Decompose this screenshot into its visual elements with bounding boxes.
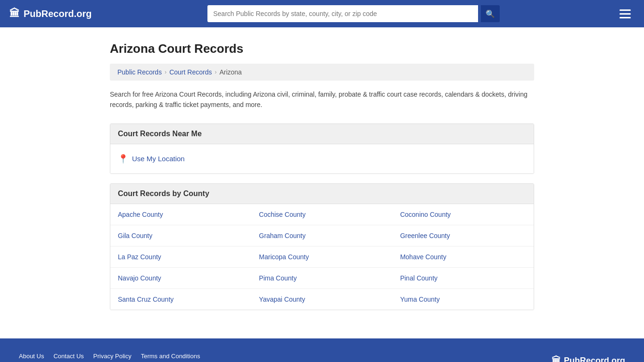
county-link[interactable]: Yavapai County [259,296,305,303]
county-link[interactable]: Greenlee County [400,232,450,239]
county-cell: Pinal County [393,268,534,289]
by-county-body: Apache CountyCochise CountyCoconino Coun… [110,204,534,310]
footer-logo: 🏛 PubRecord.org [552,355,625,362]
site-footer: About UsContact UsPrivacy PolicyTerms an… [0,338,644,362]
logo-link[interactable]: 🏛 PubRecord.org [9,8,91,20]
county-link[interactable]: Santa Cruz County [118,296,173,303]
breadcrumb-current: Arizona [219,68,241,76]
county-cell: Graham County [251,225,392,247]
footer-logo-icon: 🏛 [552,355,561,362]
county-link[interactable]: Gila County [118,232,152,239]
menu-line-3 [619,17,631,18]
use-location-link[interactable]: 📍 Use My Location [118,152,526,166]
menu-button[interactable] [616,8,635,20]
county-cell: Pima County [251,268,392,289]
search-button[interactable]: 🔍 [481,5,500,22]
county-link[interactable]: Pinal County [400,274,438,282]
near-me-header: Court Records Near Me [110,124,534,144]
logo-text: PubRecord.org [24,8,91,19]
footer-left: About UsContact UsPrivacy PolicyTerms an… [19,353,523,362]
county-link[interactable]: Apache County [118,211,163,218]
menu-line-2 [619,13,631,15]
county-cell: Cochise County [251,204,392,225]
search-bar: 🔍 [207,5,500,22]
logo-icon: 🏛 [9,8,20,20]
near-me-section: Court Records Near Me 📍 Use My Location [110,123,534,174]
footer-nav-link[interactable]: Privacy Policy [93,353,132,360]
menu-line-1 [619,9,631,11]
county-link[interactable]: Coconino County [400,211,451,218]
footer-nav-link[interactable]: Contact Us [53,353,83,360]
search-icon: 🔍 [486,9,495,18]
near-me-body: 📍 Use My Location [110,144,534,173]
county-link[interactable]: La Paz County [118,253,161,261]
footer-nav-link[interactable]: Terms and Conditions [141,353,200,360]
search-input[interactable] [207,5,478,22]
county-cell: Yavapai County [251,289,392,310]
breadcrumb-sep-2: › [215,69,216,75]
county-link[interactable]: Mohave County [400,253,446,261]
breadcrumb-public-records[interactable]: Public Records [117,68,162,76]
county-link[interactable]: Yuma County [400,296,440,303]
county-cell: Greenlee County [393,225,534,247]
page-description: Search for free Arizona Court Records, i… [110,89,534,110]
county-cell: Gila County [110,225,251,247]
county-cell: Santa Cruz County [110,289,251,310]
by-county-header: Court Records by County [110,184,534,204]
footer-logo-text: PubRecord.org [564,356,625,362]
county-cell: Navajo County [110,268,251,289]
county-link[interactable]: Cochise County [259,211,305,218]
breadcrumb: Public Records › Court Records › Arizona [110,64,534,81]
county-cell: Mohave County [393,247,534,268]
county-grid: Apache CountyCochise CountyCoconino Coun… [110,204,534,310]
county-link[interactable]: Pima County [259,274,297,282]
breadcrumb-court-records[interactable]: Court Records [169,68,212,76]
county-link[interactable]: Graham County [259,232,305,239]
county-link[interactable]: Navajo County [118,274,161,282]
county-cell: Yuma County [393,289,534,310]
footer-right: 🏛 PubRecord.org [552,353,625,362]
site-header: 🏛 PubRecord.org 🔍 [0,0,644,27]
use-location-label: Use My Location [132,155,185,163]
location-pin-icon: 📍 [118,154,128,164]
footer-nav: About UsContact UsPrivacy PolicyTerms an… [19,353,523,360]
breadcrumb-sep-1: › [165,69,166,75]
county-cell: Coconino County [393,204,534,225]
county-cell: Maricopa County [251,247,392,268]
footer-nav-link[interactable]: About Us [19,353,44,360]
by-county-section: Court Records by County Apache CountyCoc… [110,183,534,310]
main-content: Arizona Court Records Public Records › C… [100,27,544,338]
county-link[interactable]: Maricopa County [259,253,309,261]
county-cell: Apache County [110,204,251,225]
page-title: Arizona Court Records [110,41,534,56]
county-cell: La Paz County [110,247,251,268]
